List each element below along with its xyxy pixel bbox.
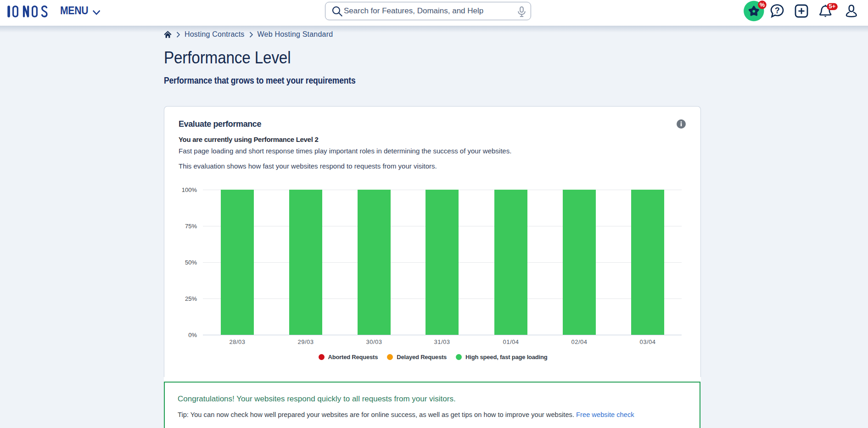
svg-text:5+: 5+ xyxy=(829,3,836,10)
svg-text:%: % xyxy=(760,2,765,8)
svg-text:?: ? xyxy=(775,6,780,15)
